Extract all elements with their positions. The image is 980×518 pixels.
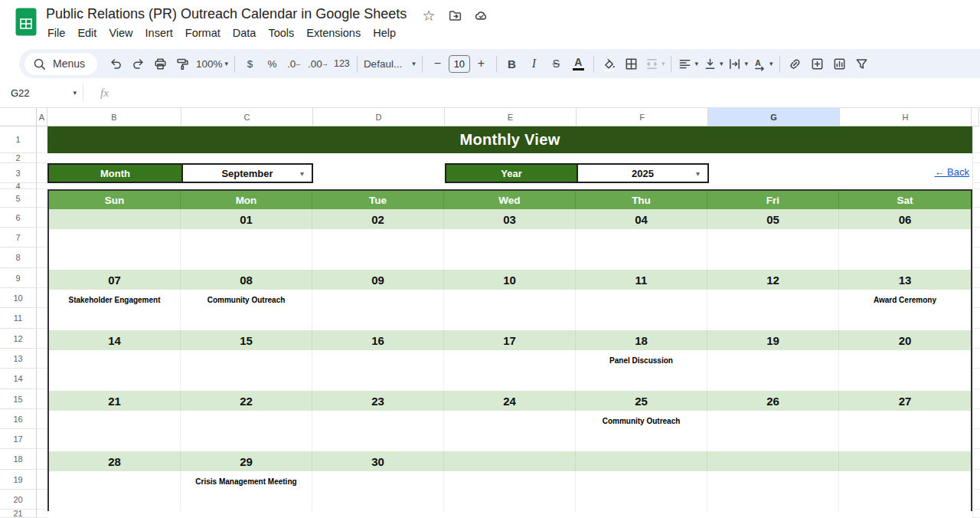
row-header-19[interactable]: 19 [0, 470, 37, 490]
event-cell[interactable]: Crisis Management Meeting [181, 471, 312, 491]
back-link[interactable]: ← Back [934, 166, 969, 178]
date-cell[interactable]: 27 [839, 391, 971, 411]
empty-cell[interactable] [49, 431, 181, 451]
empty-cell[interactable] [444, 229, 576, 249]
move-folder-icon[interactable] [447, 8, 462, 23]
empty-cell[interactable] [576, 471, 707, 491]
date-cell[interactable]: 21 [49, 391, 181, 411]
date-cell[interactable] [49, 209, 181, 229]
italic-button[interactable]: I [523, 53, 545, 74]
day-header-sun[interactable]: Sun [49, 191, 181, 209]
date-cell[interactable]: 30 [312, 451, 444, 471]
date-cell[interactable]: 17 [444, 330, 576, 350]
grid-cell[interactable] [972, 369, 980, 389]
date-cell[interactable]: 04 [576, 209, 707, 229]
empty-cell[interactable] [707, 411, 839, 431]
cloud-status-icon[interactable] [473, 8, 488, 23]
grid-cell[interactable] [37, 490, 47, 510]
horizontal-align-button[interactable]: ▾ [675, 53, 701, 74]
star-icon[interactable]: ☆ [421, 8, 436, 23]
empty-cell[interactable] [576, 229, 707, 249]
empty-cell[interactable] [576, 310, 707, 330]
day-header-sat[interactable]: Sat [839, 191, 971, 209]
empty-cell[interactable] [49, 491, 181, 512]
empty-cell[interactable] [444, 471, 576, 491]
row-header-9[interactable]: 9 [0, 268, 37, 288]
increase-decimal-button[interactable]: .00→ [305, 53, 331, 74]
grid-cell[interactable] [972, 429, 980, 449]
grid-cell[interactable] [972, 510, 980, 518]
grid-cell[interactable] [972, 163, 980, 183]
col-header-h[interactable]: H [840, 108, 972, 126]
empty-cell[interactable] [312, 411, 444, 431]
row-header-2[interactable]: 2 [0, 153, 37, 163]
date-cell[interactable]: 06 [839, 209, 971, 229]
empty-cell[interactable] [444, 350, 576, 370]
grid-cell[interactable] [37, 126, 47, 153]
empty-cell[interactable] [839, 310, 971, 330]
col-header-partial[interactable] [972, 108, 979, 126]
date-cell[interactable]: 26 [707, 391, 839, 411]
grid-cell[interactable] [972, 248, 980, 268]
empty-cell[interactable] [49, 350, 181, 370]
date-cell[interactable]: 16 [312, 330, 444, 350]
day-header-fri[interactable]: Fri [707, 191, 839, 209]
col-header-e[interactable]: E [445, 108, 577, 126]
empty-cell[interactable] [312, 431, 444, 451]
row-header-3[interactable]: 3 [0, 163, 37, 183]
date-cell[interactable]: 23 [312, 391, 444, 411]
day-header-thu[interactable]: Thu [576, 191, 707, 209]
date-cell[interactable]: 19 [707, 330, 839, 350]
menu-help[interactable]: Help [367, 25, 402, 41]
col-header-b[interactable]: B [47, 108, 181, 126]
vertical-align-button[interactable]: ▾ [701, 53, 726, 74]
text-wrap-button[interactable]: ▾ [725, 53, 750, 74]
col-header-c[interactable]: C [181, 108, 313, 126]
menu-view[interactable]: View [103, 25, 139, 41]
empty-cell[interactable] [707, 431, 839, 451]
empty-cell[interactable] [312, 471, 444, 491]
grid-cell[interactable] [972, 308, 980, 329]
row-header-13[interactable]: 13 [0, 349, 37, 369]
grid-cell[interactable] [972, 126, 980, 153]
date-cell[interactable]: 25 [576, 391, 707, 411]
day-header-tue[interactable]: Tue [312, 191, 444, 209]
row-header-4[interactable]: 4 [0, 183, 37, 189]
row-header-21[interactable]: 21 [0, 510, 37, 518]
grid-cell[interactable] [972, 490, 980, 510]
empty-cell[interactable] [444, 249, 576, 270]
row-header-17[interactable]: 17 [0, 429, 37, 449]
row-header-16[interactable]: 16 [0, 409, 37, 429]
empty-cell[interactable] [181, 431, 312, 451]
empty-cell[interactable] [576, 249, 707, 270]
row-header-1[interactable]: 1 [0, 126, 37, 153]
grid-cell[interactable] [972, 268, 980, 288]
monthly-view-banner[interactable]: Monthly View [47, 126, 972, 153]
grid-cell[interactable] [37, 429, 47, 449]
menu-tools[interactable]: Tools [262, 25, 300, 41]
grid-cell[interactable] [37, 248, 47, 268]
decrease-decimal-button[interactable]: .0← [283, 53, 305, 74]
empty-cell[interactable] [839, 370, 971, 391]
grid-cell[interactable] [37, 183, 47, 189]
date-cell[interactable]: 05 [707, 209, 839, 229]
date-cell[interactable]: 29 [181, 451, 312, 471]
date-cell[interactable]: 13 [839, 270, 971, 290]
grid-cell[interactable] [37, 228, 47, 248]
paint-format-button[interactable] [172, 53, 194, 74]
empty-cell[interactable] [576, 370, 707, 391]
row-header-12[interactable]: 12 [0, 329, 37, 349]
row-header-7[interactable]: 7 [0, 228, 37, 248]
empty-cell[interactable] [312, 249, 444, 270]
empty-cell[interactable] [49, 471, 181, 491]
text-rotation-button[interactable]: A▾ [750, 53, 776, 74]
format-currency-button[interactable]: $ [239, 53, 261, 74]
col-header-f[interactable]: F [577, 108, 708, 126]
bold-button[interactable]: B [501, 53, 523, 74]
empty-cell[interactable] [576, 431, 707, 451]
date-cell[interactable]: 18 [576, 330, 707, 350]
date-cell[interactable] [707, 451, 839, 471]
empty-cell[interactable] [707, 290, 839, 310]
zoom-select[interactable]: 100%▾ [194, 53, 230, 74]
row-header-18[interactable]: 18 [0, 449, 37, 470]
